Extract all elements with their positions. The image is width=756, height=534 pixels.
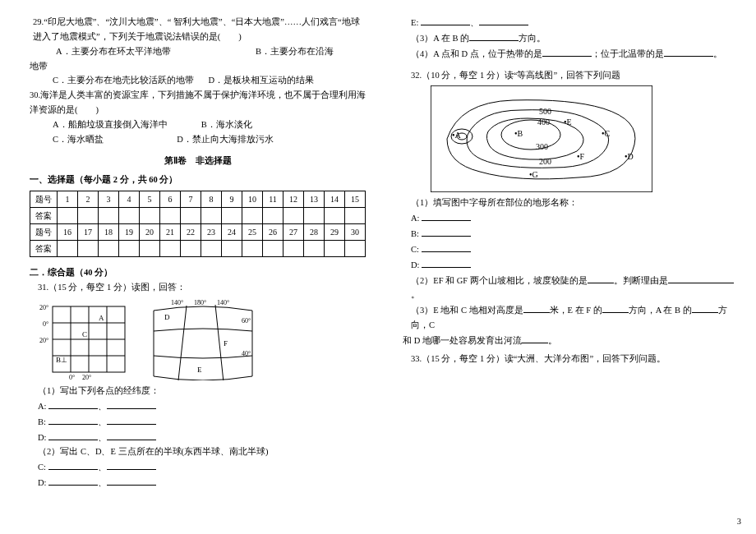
sec2-title: 二．综合题（40 分） [30,265,366,280]
grid-cell: 21 [160,224,181,241]
q32-3a: （3）E 地和 C 地相对高度是 [411,306,523,315]
grid-cell: 1 [58,191,78,208]
grid-cell: 24 [222,224,242,241]
q32-3e: 和 D 地哪一处容易发育出河流 [403,336,522,345]
fill-blank[interactable] [48,459,98,470]
q32-stem: 32.（10 分，每空 1 分）读“等高线图”，回答下列问题 [403,68,740,83]
q32-contour-figure: 500 400 300 200 •A •B •E •C •D •F •G [431,85,652,192]
grid-label: 答案 [30,241,58,257]
grid-cell: 14 [325,191,345,208]
fill-blank[interactable] [422,210,471,221]
grid-cell: 29 [325,224,345,241]
svg-text:200: 200 [539,157,551,166]
svg-text:20°: 20° [39,304,48,311]
part2-title: 第Ⅱ卷 非选择题 [30,154,366,168]
fill-blank[interactable] [422,226,471,237]
fill-blank[interactable] [522,333,548,343]
grid-cell: 5 [140,191,160,208]
q29-optA: A．主要分布在环太平洋地带 [56,47,171,56]
grid-cell: 8 [201,191,222,208]
q32-3b: 米，E 在 F 的 [550,306,602,315]
fill-blank[interactable] [422,257,471,268]
q30-optC: C．海水晒盐 [53,135,104,144]
grid-cell: 11 [263,191,284,208]
q32-2b: 。判断理由是 [614,276,668,285]
answer-cell[interactable] [58,208,78,224]
fill-blank[interactable] [588,273,614,283]
grid-cell: 7 [181,191,201,208]
q32-2a: （2）EF 和 GF 两个山坡相比，坡度较陡的是 [411,276,588,285]
page-number: 3 [737,514,741,529]
svg-text:•B: •B [514,129,523,138]
fill-blank[interactable] [422,242,471,252]
q30-optA: A．船舶垃圾直接倒入海洋中 [53,120,168,129]
svg-text:180°: 180° [194,299,206,306]
grid-cell: 13 [304,191,325,208]
q29-optD: D．是板块相互运动的结果 [208,73,366,88]
fill-blank[interactable] [48,414,98,425]
fill-blank[interactable] [469,30,519,41]
q32-a-label: A: [411,214,420,223]
fill-blank[interactable] [668,273,734,283]
grid-cell: 18 [99,224,119,241]
grid-cell: 27 [284,224,304,241]
svg-rect-25 [431,85,652,192]
fill-blank[interactable] [523,302,550,313]
grid-cell: 2 [78,191,99,208]
q31-d-label: D: [38,433,47,442]
q31-2: （2）写出 C、D、E 三点所在的半球(东西半球、南北半球) [30,444,366,459]
answer-grid[interactable]: 题号 1 2 3 4 5 6 7 8 9 10 11 12 13 14 15 答… [30,191,366,257]
fill-blank[interactable] [48,398,98,409]
grid-cell: 23 [201,224,222,241]
svg-text:C: C [82,330,87,338]
grid-cell: 20 [140,224,160,241]
q30-optD: D．禁止向大海排放污水 [177,135,274,144]
fill-blank[interactable] [479,15,528,25]
q31-4b: ；位于北温带的是 [592,49,664,58]
q31-4a: （4）A 点和 D 点，位于热带的是 [411,49,542,58]
fill-blank[interactable] [542,46,592,57]
fill-blank[interactable] [107,459,156,470]
grid-cell: 22 [181,224,201,241]
fill-blank[interactable] [48,475,98,486]
q29-line2: 地带 [30,59,366,74]
q29-optB: B．主要分布在沿海 [256,44,366,59]
fill-blank[interactable] [421,15,470,25]
grid-cell: 19 [119,224,140,241]
q32-c-label: C: [411,245,419,254]
grid-cell: 10 [242,191,263,208]
svg-text:40°: 40° [242,350,251,357]
q31-e-label: E: [411,18,418,27]
svg-text:F: F [224,339,228,348]
q30-optB: B．海水淡化 [201,120,252,129]
q31-d2-label: D: [38,478,47,487]
fill-blank[interactable] [107,430,156,440]
q31-figure-grid: 20° 0° 20° 0° 20° A C B⊥ [38,298,136,380]
svg-text:A: A [99,314,104,322]
fill-blank[interactable] [48,430,98,440]
svg-text:•E: •E [564,117,572,127]
answer-cell[interactable] [58,241,78,257]
q31-1: （1）写出下列各点的经纬度： [30,384,366,398]
fill-blank[interactable] [602,302,629,313]
svg-text:D: D [164,313,170,321]
q29-text: 29.“印尼大地震”、“汶川大地震”、“ 智利大地震”、“日本大地震”……人们戏… [33,17,360,41]
grid-label: 题号 [30,224,58,241]
fill-blank[interactable] [664,46,713,57]
fill-blank[interactable] [107,414,156,425]
q33-stem: 33.（15 分，每空 1 分）读“大洲、大洋分布图”，回答下列问题。 [403,352,740,366]
q32-b-label: B: [411,229,419,238]
grid-label: 题号 [30,191,58,208]
grid-cell: 28 [304,224,325,241]
q31-3b: 方向。 [519,34,546,43]
svg-text:•D: •D [625,152,634,161]
fill-blank[interactable] [107,475,156,486]
fill-blank[interactable] [692,302,718,313]
q31-b-label: B: [38,417,46,426]
q31-figure-polar: 140° 180° 140° 60° 40° D F E [150,298,256,380]
grid-cell: 25 [242,224,263,241]
svg-text:140°: 140° [171,299,183,306]
q30-text: 30.海洋是人类丰富的资源宝库，下列措施不属于保护海洋环境，也不属于合理利用海洋… [30,90,366,114]
fill-blank[interactable] [107,398,156,409]
grid-cell: 4 [119,191,140,208]
